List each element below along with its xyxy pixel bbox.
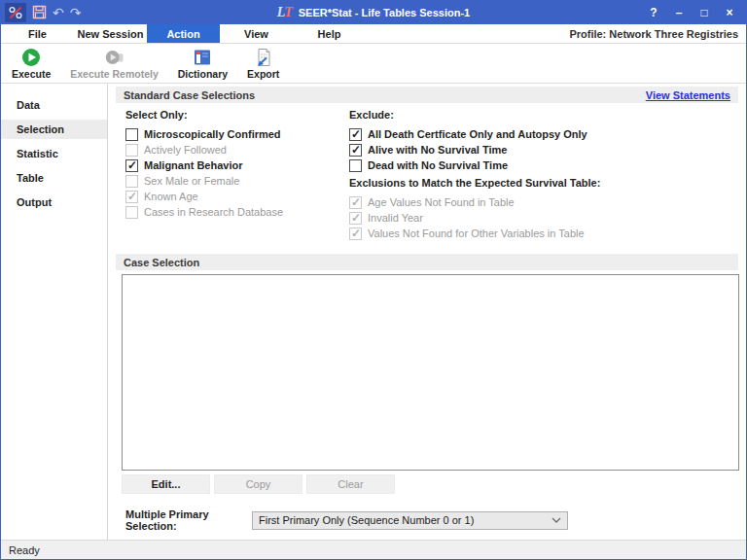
body: Data Selection Statistic Table Output St… (1, 84, 746, 540)
checkbox-columns: Select Only: Microscopically Confirmed A… (125, 109, 738, 241)
execute-remotely-button: Execute Remotely (65, 47, 162, 81)
statusbar: Ready (1, 540, 746, 559)
checkbox-microscopically-confirmed[interactable]: Microscopically Confirmed (125, 126, 349, 142)
dictionary-button[interactable]: Dictionary (173, 47, 232, 81)
checkbox-all-death-certificate-only[interactable]: All Death Certficate Only and Autopsy On… (349, 126, 738, 142)
checkbox-label: Sex Male or Female (144, 175, 239, 187)
multiple-primary-label: Multiple Primary Selection: (125, 508, 252, 532)
sidebar-item-selection[interactable]: Selection (1, 120, 107, 139)
execute-button[interactable]: Execute (7, 47, 55, 81)
checkbox-icon (349, 196, 362, 209)
exclusions-match-label: Exclusions to Match the Expected Surviva… (349, 177, 738, 191)
checkbox-invalid-year: Invalid Year (349, 210, 738, 226)
checkbox-label: Microscopically Confirmed (144, 128, 281, 140)
checkbox-icon (125, 206, 138, 219)
select-only-group: Select Only: Microscopically Confirmed A… (125, 109, 349, 241)
checkbox-alive-no-survival-time[interactable]: Alive with No Survival Time (349, 142, 738, 158)
checkbox-known-age: Known Age (125, 189, 349, 204)
titlebar: ↶ ↷ LT SEER*Stat - Life Tables Session-1… (1, 1, 746, 24)
maximize-button[interactable]: □ (694, 4, 715, 21)
checkbox-icon (349, 228, 362, 240)
menu-file[interactable]: File (1, 24, 74, 43)
menu-new-session[interactable]: New Session (74, 24, 147, 43)
export-label: Export (247, 68, 279, 80)
status-text: Ready (9, 544, 40, 556)
standard-case-selections-header: Standard Case Selections View Statements (116, 87, 738, 103)
checkbox-icon[interactable] (349, 144, 362, 157)
checkbox-cases-in-research-database: Cases in Research Database (125, 204, 349, 220)
checkbox-label: Cases in Research Database (144, 206, 283, 218)
dictionary-book-icon (193, 48, 212, 67)
checkbox-icon (125, 175, 138, 188)
sidebar-item-output[interactable]: Output (1, 192, 107, 212)
redo-icon[interactable]: ↷ (70, 6, 82, 19)
checkbox-icon[interactable] (125, 128, 138, 141)
execute-remotely-play-icon (105, 48, 124, 67)
checkbox-label: Age Values Not Found in Table (368, 196, 515, 208)
copy-button: Copy (214, 474, 302, 494)
checkbox-label: Actively Followed (144, 144, 227, 156)
execute-label: Execute (12, 68, 51, 80)
minimize-button[interactable]: – (668, 4, 690, 21)
case-selection-buttons: Edit... Copy Clear (122, 474, 738, 494)
standard-case-selections-title: Standard Case Selections (124, 89, 255, 101)
checkbox-label: Invalid Year (368, 212, 423, 224)
life-tables-session-icon: LT (277, 5, 292, 20)
menu-view[interactable]: View (220, 24, 293, 43)
clear-button: Clear (306, 474, 395, 494)
edit-button[interactable]: Edit... (122, 474, 210, 494)
sidebar-item-data[interactable]: Data (1, 95, 107, 115)
checkbox-values-not-found-other-variables: Values Not Found for Other Variables in … (349, 226, 738, 241)
sidebar-item-table[interactable]: Table (1, 168, 107, 188)
seerstat-logo-icon[interactable] (5, 3, 26, 22)
exclude-group: Exclude: All Death Certficate Only and A… (349, 109, 738, 241)
multiple-primary-row: Multiple Primary Selection: First Primar… (125, 508, 738, 532)
checkbox-icon[interactable] (349, 128, 362, 141)
checkbox-icon (125, 144, 138, 157)
execute-play-icon (21, 48, 41, 67)
checkbox-label: Values Not Found for Other Variables in … (368, 228, 585, 239)
checkbox-age-values-not-found: Age Values Not Found in Table (349, 194, 738, 210)
exclude-label: Exclude: (349, 109, 738, 122)
main-panel: Standard Case Selections View Statements… (108, 84, 746, 540)
export-button[interactable]: Export (242, 47, 284, 81)
case-selection-listbox[interactable] (122, 274, 739, 471)
menu-help[interactable]: Help (293, 24, 366, 43)
checkbox-label: Known Age (144, 191, 198, 202)
chevron-down-icon (551, 517, 561, 523)
select-only-label: Select Only: (125, 109, 349, 122)
case-selection-title: Case Selection (124, 257, 199, 268)
checkbox-icon (349, 212, 362, 225)
checkbox-malignant-behavior[interactable]: Malignant Behavior (125, 158, 349, 173)
sidebar-item-statistic[interactable]: Statistic (1, 144, 107, 163)
case-selection-header: Case Selection (116, 254, 738, 270)
checkbox-icon (125, 191, 138, 203)
checkbox-icon[interactable] (349, 159, 362, 172)
dictionary-label: Dictionary (178, 68, 228, 80)
menubar: File New Session Action View Help Profil… (1, 24, 746, 44)
checkbox-dead-no-survival-time[interactable]: Dead with No Survival Time (349, 158, 738, 173)
checkbox-icon[interactable] (125, 159, 138, 172)
multiple-primary-select[interactable]: First Primary Only (Sequence Number 0 or… (252, 511, 568, 530)
help-button[interactable]: ? (643, 4, 664, 21)
checkbox-sex-male-or-female: Sex Male or Female (125, 173, 349, 189)
checkbox-label: All Death Certficate Only and Autopsy On… (368, 128, 587, 140)
close-button[interactable]: × (719, 4, 740, 21)
multiple-primary-value: First Primary Only (Sequence Number 0 or… (259, 514, 474, 526)
checkbox-actively-followed: Actively Followed (125, 142, 349, 158)
checkbox-label: Dead with No Survival Time (368, 159, 508, 171)
profile-label: Profile: Network Three Registries (569, 24, 746, 43)
sidebar: Data Selection Statistic Table Output (1, 84, 108, 540)
view-statements-link[interactable]: View Statements (646, 89, 730, 101)
app-window: ↶ ↷ LT SEER*Stat - Life Tables Session-1… (0, 0, 747, 560)
menu-action[interactable]: Action (147, 24, 220, 43)
toolbar: Execute Execute Remotely (1, 44, 746, 84)
checkbox-label: Malignant Behavior (144, 159, 242, 171)
export-document-icon (254, 48, 273, 67)
checkbox-label: Alive with No Survival Time (368, 144, 507, 156)
execute-remotely-label: Execute Remotely (70, 68, 158, 80)
save-icon[interactable] (32, 5, 47, 21)
window-title: SEER*Stat - Life Tables Session-1 (299, 7, 470, 18)
undo-icon[interactable]: ↶ (53, 6, 64, 19)
